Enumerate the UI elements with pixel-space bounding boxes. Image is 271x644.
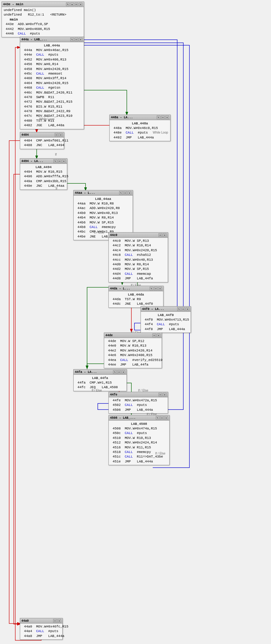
c-4512: 4512 MOV.W#0x2424,R14 — [111, 440, 167, 445]
c-44dc: 44dc JNE LAB_44f0 — [111, 302, 161, 306]
pencil-icon[interactable]: ✎ — [66, 2, 70, 6]
close-icon[interactable]: ✕ — [165, 116, 169, 119]
c-44f8: 44f8 JMP LAB_444a — [143, 327, 189, 332]
code-4442: 4442 MOV.W#0x4686,R15 — [4, 27, 82, 31]
main-window-content: undefined main() undefined R12_to:1 <RET… — [2, 7, 84, 37]
pencil-icon[interactable]: ✎ — [113, 370, 117, 374]
pencil-icon[interactable]: ✎ — [70, 38, 74, 41]
flow-while-loop-1: While Loop — [39, 117, 54, 121]
flow-while-loop-2: While Loop — [153, 131, 168, 134]
minimize-icon[interactable]: ▭ — [75, 2, 78, 6]
c-445c: 445c CALL #memset — [22, 72, 82, 76]
c-44ea: 44ea CALL #verify_ed25519 — [106, 358, 160, 362]
close-icon[interactable]: ✕ — [62, 159, 66, 163]
c-4484: 4484 CMP.W#0xf001,R11 — [22, 138, 62, 143]
minimize-icon[interactable]: ▭ — [123, 191, 127, 195]
label-44aa: LAB_44aa — [75, 197, 131, 201]
minimize-icon[interactable]: ▭ — [152, 333, 156, 337]
c-44d8: 44d8 JMP LAB_44fa — [111, 276, 166, 281]
c-4494: 4494 MOV.W R10,R15 — [22, 170, 65, 174]
w4494-titlebar: 4494 - LA... ✎ ▭ ✕ — [20, 159, 67, 164]
minimize-icon[interactable]: ▭ — [181, 307, 185, 311]
minimize-icon[interactable]: ▭ — [75, 38, 78, 41]
close-icon[interactable]: ✕ — [79, 38, 82, 41]
window-44de: 44de ▭ ✕ 44de MOV.W SP,R12 44e0 MOV.W R1… — [104, 333, 162, 368]
c-44ac: 44ac ADD.W#0x2420,R8 — [75, 206, 131, 211]
c-44b4: 44b4 MOV.W R8,R14 — [75, 215, 131, 220]
main-window: 443e - main ✎ ★ ▭ ✕ undefined main() und… — [2, 2, 84, 37]
close-icon[interactable]: ✕ — [59, 133, 63, 137]
c-44b8: 44b8 CALL #memcpy — [75, 225, 131, 230]
minimize-icon[interactable]: ▭ — [58, 159, 61, 163]
flow-if-4494: If — [56, 187, 57, 190]
header-line: undefined main() — [4, 8, 82, 13]
c-44e2: 44e2 MOV.W#0x2420,R14 — [106, 348, 160, 353]
minimize-icon[interactable]: ▭ — [117, 370, 121, 374]
close-icon[interactable]: ✕ — [157, 333, 160, 337]
minimize-icon[interactable]: ▭ — [154, 287, 158, 290]
w44f0-content: LAB_44f0 44f0 MOV.W#0x4713,R15 44f4 CALL… — [141, 312, 191, 333]
c-44aa: 44aa MOV.W R10,R8 — [75, 201, 131, 206]
c-4488: 4488 JNC LAB_4494 — [22, 143, 62, 148]
c-44b6: 44b6 MOV.W SP,R15 — [75, 220, 131, 225]
w448a-title: 448a - LA... — [111, 116, 133, 119]
close-icon[interactable]: ✕ — [186, 307, 189, 311]
pencil-icon[interactable]: ✎ — [119, 191, 123, 195]
minimize-icon[interactable]: ▭ — [159, 393, 162, 396]
minimize-icon[interactable]: ▭ — [53, 619, 57, 623]
minimize-icon[interactable]: ▭ — [160, 416, 164, 420]
close-icon[interactable]: ✕ — [57, 619, 61, 623]
label-4494: LAB_4494 — [22, 165, 65, 170]
c-4464: 4464 MOV.W#0x2420,R15 — [22, 81, 82, 86]
close-icon[interactable]: ✕ — [79, 2, 82, 6]
close-icon[interactable]: ✕ — [158, 287, 162, 290]
c-4482: 4482 JGE LAB_448a — [22, 123, 82, 128]
c-444e: 444e CALL #puts — [22, 53, 82, 57]
flow-if-4484: If — [55, 153, 57, 156]
close-icon[interactable]: ✕ — [163, 393, 167, 396]
w44a0-titlebar: 44a0 ▭ ✕ — [20, 618, 62, 624]
c-44c0: 44c0 MOV.W SP,R13 — [111, 239, 166, 243]
pencil-icon[interactable]: ✎ — [157, 116, 160, 119]
c-4496: 4496 ADD.W#0xfffa,R15 — [22, 174, 65, 179]
w4494-content: LAB_4494 4494 MOV.W R10,R15 4496 ADD.W#0… — [20, 164, 67, 190]
pencil-icon[interactable]: ✎ — [156, 416, 159, 420]
c-446c: 446c MOV.B&DAT_2420,R11 — [22, 90, 82, 95]
minimize-icon[interactable]: ▭ — [55, 133, 58, 137]
close-icon[interactable]: ✕ — [163, 233, 167, 237]
w44fa-content: LAB_44fa 44fa CMP.W#1,R15 44fc JEQ LAB_4… — [74, 375, 126, 391]
w44aa-titlebar: 44aa - L... ✎ ▭ ✕ — [74, 190, 133, 196]
window-44fe: 44fe ▭ ✕ 44fe MOV.W#0x472a,R15 4502 CALL… — [108, 392, 168, 414]
c-44c8: 44c8 CALL #sha512 — [111, 253, 166, 257]
main-window-titlebar: 443e - main ✎ ★ ▭ ✕ — [2, 2, 84, 7]
c-450c: 450c CALL #puts — [111, 431, 167, 436]
c-44da: 44da TST.W R9 — [111, 297, 161, 302]
close-icon[interactable]: ✕ — [128, 191, 131, 195]
pencil-icon[interactable]: ✎ — [150, 287, 153, 290]
w444a-content: LAB_444a 444a MOV.W#0x46ac,R15 444e CALL… — [20, 42, 84, 129]
w44fe-titlebar: 44fe ▭ ✕ — [109, 392, 168, 397]
label-4508: LAB_4508 — [111, 421, 167, 426]
minimize-icon[interactable]: ▭ — [159, 233, 162, 237]
main-window-title-text: 443e - main — [3, 3, 23, 6]
c-44e6: 44e6 MOV.W#0x2400,R15 — [106, 353, 160, 358]
c-44d4: 44d4 CALL #memcap — [111, 272, 166, 276]
w444a-titlebar: 444a - LAB_... ✎ ▭ ✕ — [20, 37, 84, 42]
pencil-icon[interactable]: ✎ — [177, 307, 181, 311]
c-444a: 444a MOV.W#0x46ac,R15 — [22, 48, 82, 53]
w44c0-content: 44c0 MOV.W SP,R13 44c2 MOV.W R10,R14 44c… — [109, 238, 168, 282]
close-icon[interactable]: ✕ — [164, 416, 168, 420]
w44fa-title: 44fa - LA... — [75, 370, 97, 374]
w44aa-title: 44aa - L... — [75, 191, 95, 195]
star-icon[interactable]: ★ — [70, 2, 74, 6]
label-44da: LAB_44da — [111, 292, 161, 297]
c-4458: 4458 MOV.W#0x2420,R15 — [22, 67, 82, 72]
c-44fa: 44fa CMP.W#1,R15 — [75, 381, 125, 385]
c-44e0: 44e0 MOV.W R10,R13 — [106, 344, 160, 348]
c-4510: 4510 MOV.W R10,R13 — [111, 436, 167, 440]
label-448a: LAB_448a — [112, 121, 168, 126]
w44fe-title: 44fe — [110, 393, 117, 396]
pencil-icon[interactable]: ✎ — [53, 159, 57, 163]
minimize-icon[interactable]: ▭ — [161, 116, 165, 119]
close-icon[interactable]: ✕ — [122, 370, 125, 374]
